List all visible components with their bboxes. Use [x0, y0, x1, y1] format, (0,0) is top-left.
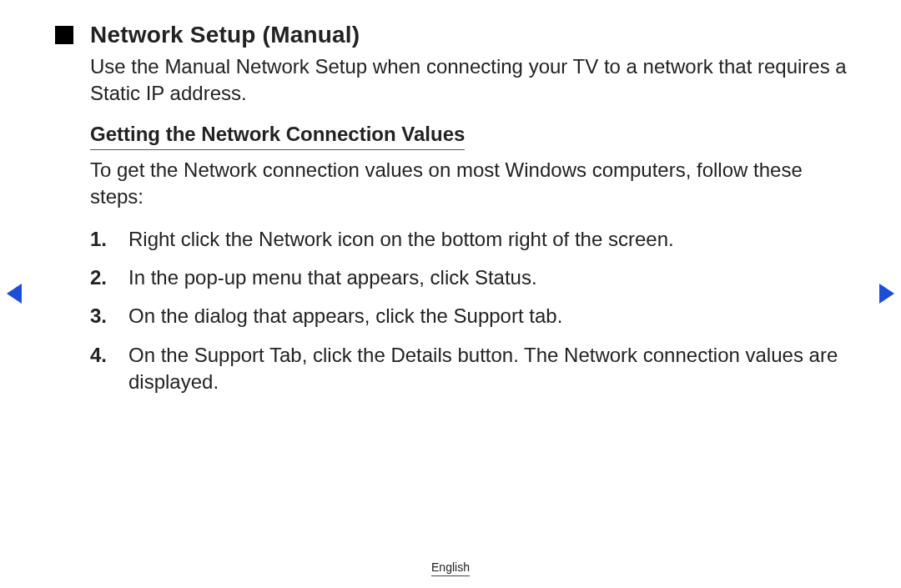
section-title-row: Network Setup (Manual) [55, 22, 859, 48]
next-page-icon[interactable] [879, 284, 894, 304]
list-item: 4. On the Support Tab, click the Details… [90, 342, 859, 396]
footer: English [0, 560, 901, 576]
subintro-paragraph: To get the Network connection values on … [90, 157, 859, 211]
steps-list: 1. Right click the Network icon on the b… [90, 226, 859, 396]
step-text: On the dialog that appears, click the Su… [128, 304, 562, 327]
language-label: English [431, 560, 470, 576]
square-bullet-icon [55, 26, 73, 44]
prev-page-icon[interactable] [7, 284, 22, 304]
step-text: On the Support Tab, click the Details bu… [128, 344, 838, 393]
step-number: 1. [90, 226, 107, 253]
step-text: Right click the Network icon on the bott… [128, 228, 674, 250]
list-item: 3. On the dialog that appears, click the… [90, 303, 859, 329]
step-number: 4. [90, 342, 107, 369]
section-title: Network Setup (Manual) [90, 22, 360, 48]
page-nav [0, 284, 901, 304]
subheading: Getting the Network Connection Values [90, 123, 465, 150]
step-number: 3. [90, 303, 107, 329]
list-item: 1. Right click the Network icon on the b… [90, 226, 859, 253]
intro-paragraph: Use the Manual Network Setup when connec… [90, 53, 859, 108]
